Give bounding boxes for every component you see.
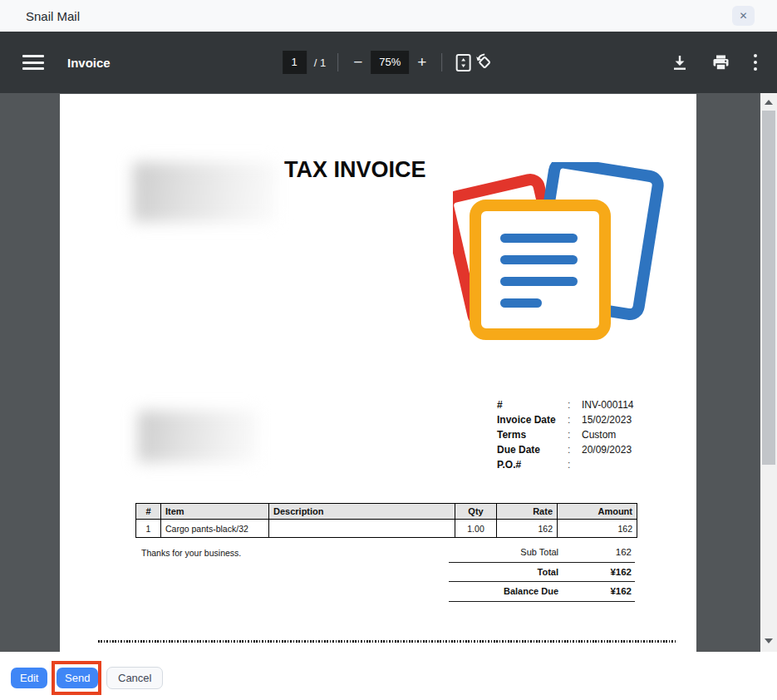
balance-due-label: Balance Due <box>449 586 558 596</box>
cell-item: Cargo pants-black/32 <box>161 520 269 538</box>
balance-due-row: Balance Due ¥162 <box>449 582 635 602</box>
toolbar-divider <box>337 53 338 71</box>
redacted-company-info <box>133 162 276 222</box>
cell-description <box>269 520 455 538</box>
window-title: Snail Mail <box>26 9 80 23</box>
document-title: Invoice <box>67 56 111 70</box>
meta-row: Due Date : 20/09/2023 <box>497 442 695 457</box>
col-rate: Rate <box>497 504 558 520</box>
invoice-due-date: 20/09/2023 <box>582 444 695 456</box>
col-description: Description <box>269 504 455 520</box>
table-row: 1 Cargo pants-black/32 1.00 162 162 <box>136 520 637 538</box>
totals-section: Sub Total 162 Total ¥162 Balance Due ¥16… <box>449 543 635 602</box>
meta-row: Invoice Date : 15/02/2023 <box>497 412 695 427</box>
scrollbar[interactable] <box>760 93 777 652</box>
close-icon[interactable]: ✕ <box>732 6 755 26</box>
page-number-input[interactable]: 1 <box>283 51 307 74</box>
redacted-customer-info <box>138 411 258 462</box>
subtotal-label: Sub Total <box>449 547 558 557</box>
meta-label: # <box>497 399 568 411</box>
invoice-heading: TAX INVOICE <box>284 157 426 183</box>
cell-rate: 162 <box>497 520 558 538</box>
col-number: # <box>136 504 161 520</box>
scroll-down-icon[interactable] <box>765 638 773 643</box>
pdf-viewer: TAX INVOICE # : INV-000114 <box>0 93 777 652</box>
zoom-in-icon[interactable]: + <box>414 51 430 74</box>
pdf-toolbar: Invoice 1 / 1 − 75% + <box>0 32 777 93</box>
scroll-up-icon[interactable] <box>765 100 773 105</box>
scrollbar-thumb[interactable] <box>762 111 775 465</box>
menu-icon[interactable] <box>22 55 44 70</box>
invoice-logo <box>453 162 665 341</box>
invoice-terms: Custom <box>582 429 695 441</box>
cell-qty: 1.00 <box>455 520 497 538</box>
meta-row: # : INV-000114 <box>497 397 695 412</box>
rotate-icon[interactable] <box>475 52 494 72</box>
total-value: ¥162 <box>558 567 635 577</box>
col-qty: Qty <box>455 504 497 520</box>
more-options-icon[interactable] <box>754 54 757 71</box>
zoom-out-icon[interactable]: − <box>350 51 366 74</box>
total-row: Total ¥162 <box>449 563 635 583</box>
fit-to-page-icon[interactable] <box>454 53 473 72</box>
thank-you-note: Thanks for your business. <box>141 548 241 558</box>
page-count-label: / 1 <box>314 57 326 69</box>
invoice-number: INV-000114 <box>582 399 695 411</box>
meta-row: Terms : Custom <box>497 427 695 442</box>
perforation-line <box>98 640 676 643</box>
invoice-date: 15/02/2023 <box>582 414 695 426</box>
meta-label: Invoice Date <box>497 414 568 426</box>
send-button[interactable]: Send <box>57 668 98 688</box>
zoom-level[interactable]: 75% <box>371 51 409 74</box>
snail-mail-modal: Snail Mail ✕ Invoice 1 / 1 − 75% + <box>0 0 777 700</box>
col-item: Item <box>161 504 269 520</box>
action-bar: Edit Send Cancel <box>0 652 777 700</box>
line-items-table: # Item Description Qty Rate Amount 1 Car… <box>135 503 637 538</box>
window-titlebar: Snail Mail ✕ <box>0 0 777 32</box>
invoice-page: TAX INVOICE # : INV-000114 <box>60 94 696 652</box>
edit-button[interactable]: Edit <box>11 668 47 688</box>
subtotal-row: Sub Total 162 <box>449 543 635 563</box>
col-amount: Amount <box>558 504 637 520</box>
download-icon[interactable] <box>671 54 688 71</box>
invoice-meta: # : INV-000114 Invoice Date : 15/02/2023… <box>497 397 695 472</box>
cell-number: 1 <box>136 520 161 538</box>
table-header-row: # Item Description Qty Rate Amount <box>136 504 637 520</box>
meta-label: Due Date <box>497 444 568 456</box>
meta-row: P.O.# : <box>497 457 695 472</box>
subtotal-value: 162 <box>558 547 635 557</box>
balance-due-value: ¥162 <box>558 586 635 596</box>
cell-amount: 162 <box>558 520 637 538</box>
toolbar-divider <box>441 53 442 71</box>
cancel-button[interactable]: Cancel <box>106 667 163 689</box>
meta-label: P.O.# <box>497 459 568 471</box>
total-label: Total <box>449 567 558 577</box>
print-icon[interactable] <box>712 54 730 71</box>
meta-label: Terms <box>497 429 568 441</box>
